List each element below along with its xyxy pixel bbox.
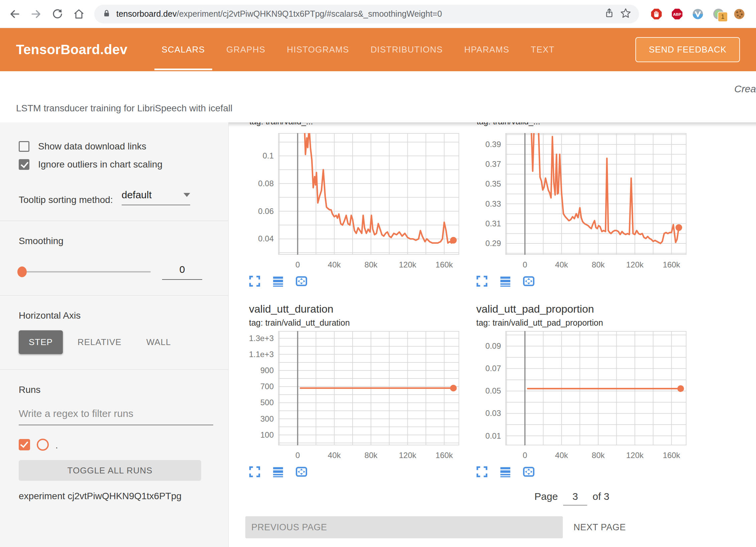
- svg-text:0.09: 0.09: [485, 341, 501, 350]
- run-list-item: .: [19, 439, 213, 451]
- fit-domain-icon[interactable]: [294, 465, 308, 479]
- back-icon[interactable]: [9, 8, 21, 20]
- log-scale-icon[interactable]: [498, 465, 512, 479]
- chart-actions: [475, 274, 689, 288]
- svg-text:0: 0: [523, 451, 527, 460]
- svg-text:700: 700: [260, 382, 274, 391]
- experiment-title: LSTM transducer training for LibriSpeech…: [16, 103, 232, 114]
- divider: [0, 295, 228, 296]
- svg-text:100: 100: [260, 430, 274, 439]
- run-color-swatch: [37, 439, 49, 451]
- log-scale-icon[interactable]: [498, 274, 512, 288]
- forward-icon[interactable]: [30, 8, 42, 20]
- svg-text:160k: 160k: [435, 260, 453, 269]
- home-icon[interactable]: [73, 8, 85, 20]
- svg-text:0.35: 0.35: [485, 179, 501, 188]
- fit-domain-icon[interactable]: [522, 465, 536, 479]
- svg-text:0.06: 0.06: [258, 207, 274, 216]
- chart-card-valid-utt-duration: valid_utt_duration tag: train/valid_utt_…: [234, 303, 462, 479]
- fit-domain-icon[interactable]: [522, 274, 536, 288]
- svg-text:0: 0: [295, 451, 300, 460]
- svg-text:120k: 120k: [399, 260, 416, 269]
- toggle-all-runs-button[interactable]: TOGGLE ALL RUNS: [19, 460, 201, 481]
- previous-page-button[interactable]: PREVIOUS PAGE: [245, 516, 563, 538]
- axis-wall-button[interactable]: WALL: [136, 330, 181, 354]
- svg-text:0: 0: [523, 260, 527, 269]
- svg-text:120k: 120k: [626, 260, 644, 269]
- expand-icon[interactable]: [475, 465, 489, 479]
- tab-histograms[interactable]: HISTOGRAMS: [276, 28, 360, 71]
- tooltip-sorting-select[interactable]: default: [122, 189, 190, 205]
- reload-icon[interactable]: [51, 8, 64, 20]
- svg-text:0.37: 0.37: [485, 159, 501, 169]
- send-feedback-button[interactable]: SEND FEEDBACK: [635, 37, 740, 62]
- tab-distributions[interactable]: DISTRIBUTIONS: [360, 28, 454, 71]
- svg-text:300: 300: [260, 414, 274, 423]
- expand-icon[interactable]: [475, 274, 489, 288]
- svg-text:0.33: 0.33: [485, 199, 501, 208]
- axis-step-button[interactable]: STEP: [19, 330, 63, 354]
- chart-actions: [248, 465, 462, 479]
- log-scale-icon[interactable]: [271, 465, 285, 479]
- share-icon[interactable]: [604, 8, 615, 20]
- line-chart[interactable]: 0.040.060.080.1040k80k120k160k: [244, 133, 463, 270]
- smoothing-value-input[interactable]: 0: [162, 264, 202, 280]
- svg-text:40k: 40k: [328, 451, 341, 460]
- svg-text:ABP: ABP: [673, 12, 681, 16]
- line-chart[interactable]: 1003005007009001.1e+31.3e+3040k80k120k16…: [244, 331, 463, 461]
- adblock-icon[interactable]: [650, 8, 662, 20]
- profile-avatar-icon[interactable]: 1: [713, 8, 725, 20]
- svg-text:80k: 80k: [365, 260, 378, 269]
- runs-label: Runs: [19, 385, 213, 395]
- tab-hparams[interactable]: HPARAMS: [454, 28, 520, 71]
- tab-graphs[interactable]: GRAPHS: [216, 28, 276, 71]
- horizontal-axis-label: Horizontal Axis: [19, 310, 213, 321]
- svg-text:40k: 40k: [555, 260, 569, 269]
- tab-text[interactable]: TEXT: [520, 28, 565, 71]
- svg-text:0.05: 0.05: [485, 386, 501, 395]
- svg-text:0: 0: [295, 260, 300, 269]
- svg-text:160k: 160k: [663, 451, 680, 460]
- lock-icon: [102, 8, 112, 20]
- svg-text:40k: 40k: [555, 451, 569, 460]
- page-label: Page: [534, 491, 558, 502]
- url-bar[interactable]: tensorboard.dev/experiment/cj2vtPiwQHKN9…: [94, 5, 639, 23]
- abp-icon[interactable]: ABP: [671, 8, 683, 20]
- expand-icon[interactable]: [248, 274, 262, 288]
- clipped-chart-tags: tag: train/valid_... tag: train/valid_..…: [229, 122, 756, 127]
- show-download-links-checkbox[interactable]: [19, 141, 29, 152]
- pagination: Page 3 of 3: [234, 487, 756, 502]
- svg-text:1.1e+3: 1.1e+3: [249, 350, 274, 359]
- experiment-id-label: experiment cj2vtPiwQHKN9Q1tx6PTpg: [19, 491, 213, 502]
- show-download-links-label: Show data download links: [38, 141, 146, 152]
- page-number-input[interactable]: 3: [563, 491, 587, 506]
- log-scale-icon[interactable]: [271, 274, 285, 288]
- slider-thumb[interactable]: [17, 266, 27, 277]
- next-page-button[interactable]: NEXT PAGE: [574, 522, 626, 533]
- svg-text:0.29: 0.29: [485, 239, 501, 248]
- page-of-label: of 3: [593, 491, 609, 502]
- runs-filter-input[interactable]: Write a regex to filter runs: [19, 408, 213, 425]
- chart-tag: tag: train/valid_utt_pad_proportion: [476, 318, 689, 328]
- line-chart[interactable]: 0.010.030.050.070.09040k80k120k160k: [472, 331, 690, 461]
- app-logo: TensorBoard.dev: [16, 42, 128, 57]
- extension-icons: ABP 1: [650, 8, 745, 20]
- axis-relative-button[interactable]: RELATIVE: [68, 330, 132, 354]
- smoothing-slider[interactable]: [19, 271, 151, 272]
- cookie-icon[interactable]: [733, 8, 745, 20]
- bookmark-star-icon[interactable]: [620, 7, 632, 21]
- chart-actions: [248, 274, 462, 288]
- browser-chrome: tensorboard.dev/experiment/cj2vtPiwQHKN9…: [0, 0, 756, 28]
- run-checkbox[interactable]: [19, 439, 30, 450]
- ignore-outliers-checkbox[interactable]: [19, 159, 29, 170]
- settings-sidebar: Show data download links Ignore outliers…: [0, 122, 229, 547]
- chart-card-valid-utt-pad-proportion: valid_utt_pad_proportion tag: train/vali…: [462, 303, 689, 479]
- tab-scalars[interactable]: SCALARS: [151, 28, 216, 71]
- expand-icon[interactable]: [248, 465, 262, 479]
- divider: [0, 369, 228, 370]
- chart-tag: tag: train/valid_utt_duration: [249, 318, 462, 328]
- v-extension-icon[interactable]: [692, 8, 704, 20]
- clipped-tag-left: tag: train/valid_...: [249, 122, 313, 126]
- line-chart[interactable]: 0.290.310.330.350.370.39040k80k120k160k: [472, 133, 690, 270]
- fit-domain-icon[interactable]: [294, 274, 308, 288]
